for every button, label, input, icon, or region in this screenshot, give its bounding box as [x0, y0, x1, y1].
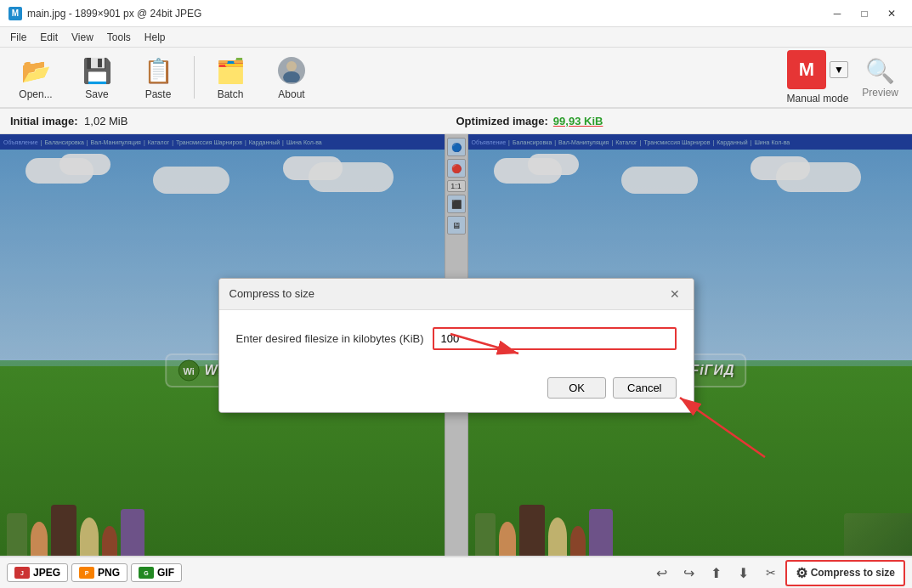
- svg-point-0: [286, 61, 297, 71]
- batch-icon: 🗂️: [214, 54, 246, 87]
- about-label: About: [278, 88, 304, 100]
- dialog-buttons: OK Cancel: [219, 377, 694, 412]
- main-content: Объявление | Балансировка | Вал-Манипуля…: [0, 134, 912, 556]
- png-icon: P: [79, 567, 94, 579]
- crop-button[interactable]: ✂: [760, 562, 782, 584]
- download-button[interactable]: ⬇: [733, 562, 755, 584]
- menu-edit[interactable]: Edit: [33, 30, 65, 45]
- gif-label: GIF: [157, 567, 174, 579]
- compress-to-size-label: Compress to size: [811, 567, 895, 579]
- title-bar: M main.jpg - 1899×901 px @ 24bit JPEG ─ …: [0, 0, 912, 27]
- dialog-cancel-button[interactable]: Cancel: [613, 377, 676, 399]
- upload-button[interactable]: ⬆: [705, 562, 728, 584]
- gif-icon: G: [139, 567, 154, 579]
- dialog-ok-button[interactable]: OK: [547, 377, 606, 399]
- preview-icon: 🔍: [865, 57, 895, 85]
- open-button[interactable]: 📂 Open...: [7, 50, 65, 105]
- filesize-input[interactable]: [433, 327, 677, 350]
- save-label: Save: [85, 88, 108, 100]
- about-person-icon: [280, 59, 303, 82]
- toolbar: 📂 Open... 💾 Save 📋 Paste 🗂️ Batch About: [0, 48, 912, 109]
- dialog-input-label: Enter desired filesize in kilobytes (KiB…: [236, 332, 424, 345]
- png-label: PNG: [98, 567, 120, 579]
- menu-tools[interactable]: Tools: [100, 30, 138, 45]
- info-bar: Initial image: 1,02 MiB Optimized image:…: [0, 109, 912, 134]
- about-button[interactable]: About: [263, 50, 320, 105]
- menu-file[interactable]: File: [3, 30, 33, 45]
- open-label: Open...: [19, 88, 52, 100]
- app-icon: M: [8, 7, 22, 20]
- manual-mode-dropdown-button[interactable]: ▼: [830, 61, 848, 78]
- dialog-body: Enter desired filesize in kilobytes (KiB…: [219, 310, 694, 377]
- save-icon: 💾: [81, 54, 113, 87]
- dialog-overlay: Compress to size ✕ Enter desired filesiz…: [0, 134, 912, 556]
- undo-button[interactable]: ↩: [651, 562, 673, 584]
- bottom-bar: J JPEG P PNG G GIF ↩ ↪ ⬆ ⬇ ✂ ⚙ Compress …: [0, 556, 912, 588]
- batch-button[interactable]: 🗂️ Batch: [201, 50, 259, 105]
- menu-view[interactable]: View: [65, 30, 100, 45]
- compress-to-size-button[interactable]: ⚙ Compress to size: [785, 560, 905, 586]
- bottom-tools-group: ↩ ↪ ⬆ ⬇ ✂: [651, 562, 782, 584]
- compress-dialog: Compress to size ✕ Enter desired filesiz…: [218, 278, 694, 413]
- paste-icon: 📋: [142, 54, 174, 87]
- optimized-image-label: Optimized image:: [456, 115, 548, 127]
- close-button[interactable]: ✕: [880, 5, 904, 22]
- maximize-button[interactable]: □: [853, 5, 876, 22]
- batch-label: Batch: [218, 88, 244, 100]
- gif-format-button[interactable]: G GIF: [131, 563, 182, 582]
- svg-point-1: [283, 71, 300, 82]
- dialog-title: Compress to size: [229, 287, 314, 300]
- jpeg-label: JPEG: [33, 567, 60, 579]
- jpeg-format-button[interactable]: J JPEG: [7, 563, 68, 582]
- initial-image-value: 1,02 MiB: [84, 115, 127, 127]
- dialog-close-button[interactable]: ✕: [666, 286, 683, 302]
- minimize-button[interactable]: ─: [825, 5, 849, 22]
- paste-button[interactable]: 📋 Paste: [129, 50, 187, 105]
- initial-image-label: Initial image:: [10, 115, 77, 127]
- dialog-titlebar: Compress to size ✕: [219, 279, 694, 310]
- jpeg-icon: J: [14, 567, 30, 579]
- open-icon: 📂: [20, 54, 52, 87]
- png-format-button[interactable]: P PNG: [71, 563, 127, 582]
- preview-control: 🔍 Preview: [855, 54, 905, 102]
- paste-label: Paste: [145, 88, 172, 100]
- menu-bar: File Edit View Tools Help: [0, 27, 912, 48]
- window-title: main.jpg - 1899×901 px @ 24bit JPEG: [27, 8, 201, 20]
- manual-mode-label: Manual mode: [787, 93, 849, 105]
- toolbar-separator-1: [194, 56, 195, 99]
- manual-mode-icon: M: [787, 50, 826, 89]
- menu-help[interactable]: Help: [138, 30, 173, 45]
- optimized-image-value: 99,93 KiB: [553, 115, 603, 127]
- redo-button[interactable]: ↪: [678, 562, 700, 584]
- manual-mode-control: M ▼ Manual mode: [787, 50, 849, 105]
- compress-icon: ⚙: [796, 565, 807, 581]
- save-button[interactable]: 💾 Save: [68, 50, 126, 105]
- preview-label: Preview: [862, 87, 898, 99]
